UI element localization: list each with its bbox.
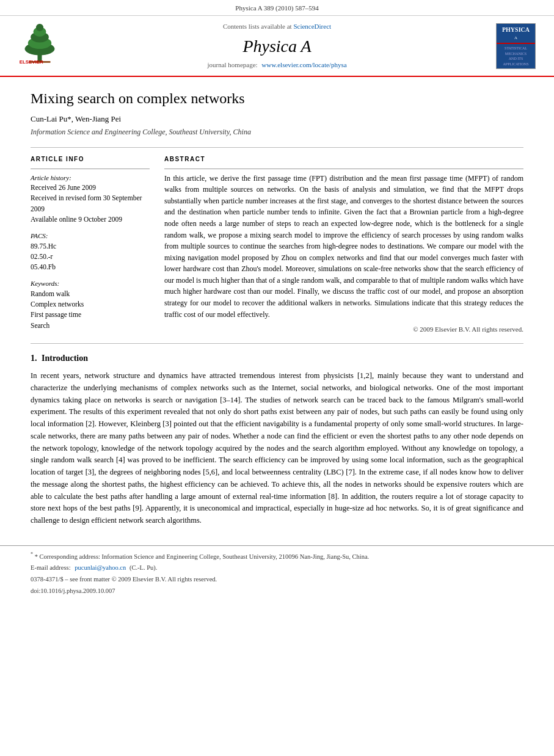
elsevier-tree-icon: ELSEVIER <box>18 23 61 66</box>
introduction-heading: 1. Introduction <box>31 352 523 365</box>
sciencedirect-link[interactable]: ScienceDirect <box>293 23 331 30</box>
footer-email: E-mail address: pucunlai@yahoo.cn (C.-L.… <box>31 563 523 573</box>
article-history-block: Article history: Received 26 June 2009 R… <box>31 173 150 331</box>
received-date: Received 26 June 2009 <box>31 183 150 193</box>
keyword-first-passage: First passage time <box>31 310 150 320</box>
page-wrapper: Physica A 389 (2010) 587–594 ELSEVIER <box>0 0 554 756</box>
section-number: 1. <box>31 354 37 363</box>
contents-label: Contents lists available at <box>223 23 292 30</box>
journal-homepage-line: journal homepage: www.elsevier.com/locat… <box>73 60 481 70</box>
revised-date: Received in revised form 30 September 20… <box>31 193 150 214</box>
abstract-column: ABSTRACT In this article, we derive the … <box>164 155 523 335</box>
journal-center: Contents lists available at ScienceDirec… <box>73 22 481 70</box>
citation-line: Physica A 389 (2010) 587–594 <box>0 0 554 16</box>
email-link[interactable]: pucunlai@yahoo.cn <box>75 564 126 571</box>
email-suffix: (C.-L. Pu). <box>129 564 158 571</box>
paper-affiliation: Information Science and Engineering Coll… <box>31 127 523 137</box>
corresponding-text: * Corresponding address: Information Sci… <box>35 553 370 559</box>
citation-text: Physica A 389 (2010) 587–594 <box>235 4 318 12</box>
cover-detail: STATISTICAL MECHANICSAND ITS APPLICATION… <box>497 46 535 67</box>
footer-issn: 0378-4371/$ – see front matter © 2009 El… <box>31 575 523 584</box>
homepage-label: journal homepage: <box>207 61 257 68</box>
header-divider <box>31 147 523 148</box>
homepage-link[interactable]: www.elsevier.com/locate/physa <box>261 61 346 68</box>
physica-cover-image: PHYSICA A STATISTICAL MECHANICSAND ITS A… <box>496 23 536 69</box>
abstract-divider <box>164 169 523 169</box>
svg-text:ELSEVIER: ELSEVIER <box>20 59 43 64</box>
keywords-label: Keywords: <box>31 278 150 289</box>
section-divider <box>31 343 523 344</box>
cover-subtitle: A <box>514 35 517 42</box>
journal-logo-right: PHYSICA A STATISTICAL MECHANICSAND ITS A… <box>481 23 536 69</box>
paper-title: Mixing search on complex networks <box>31 89 523 108</box>
main-content: Mixing search on complex networks Cun-La… <box>0 77 554 545</box>
section-title-text: Introduction <box>42 354 88 363</box>
footnote-star: * <box>31 551 33 557</box>
elsevier-logo-left: ELSEVIER <box>18 23 73 69</box>
pacs-item-1: 89.75.Hc <box>31 241 150 252</box>
svg-point-6 <box>36 24 43 31</box>
article-info-column: ARTICLE INFO Article history: Received 2… <box>31 155 150 335</box>
footer-doi: doi:10.1016/j.physa.2009.10.007 <box>31 586 523 596</box>
page-footer: * * Corresponding address: Information S… <box>0 545 554 600</box>
abstract-text: In this article, we derive the first pas… <box>164 173 523 321</box>
article-meta-row: ARTICLE INFO Article history: Received 2… <box>31 155 523 335</box>
copyright-line: © 2009 Elsevier B.V. All rights reserved… <box>164 325 523 334</box>
cover-title-text: PHYSICA <box>502 26 530 34</box>
available-date: Available online 9 October 2009 <box>31 214 150 225</box>
article-info-divider <box>31 169 150 169</box>
pacs-item-2: 02.50.-r <box>31 252 150 262</box>
abstract-heading: ABSTRACT <box>164 155 523 164</box>
pacs-list: 89.75.Hc 02.50.-r 05.40.Fb <box>31 241 150 273</box>
keyword-complex-networks: Complex networks <box>31 299 150 310</box>
paper-authors: Cun-Lai Pu*, Wen-Jiang Pei <box>31 114 523 125</box>
journal-title: Physica A <box>73 34 481 58</box>
footer-corresponding: * * Corresponding address: Information S… <box>31 551 523 561</box>
pacs-label: PACS: <box>31 231 150 241</box>
keyword-random-walk: Random walk <box>31 289 150 299</box>
contents-available-line: Contents lists available at ScienceDirec… <box>73 22 481 31</box>
article-info-heading: ARTICLE INFO <box>31 155 150 164</box>
cover-bar <box>497 43 535 44</box>
keyword-search: Search <box>31 321 150 331</box>
authors-text: Cun-Lai Pu*, Wen-Jiang Pei <box>31 114 121 123</box>
email-label: E-mail address: <box>31 564 71 571</box>
introduction-paragraph: In recent years, network structure and d… <box>31 370 523 527</box>
keywords-list: Random walk Complex networks First passa… <box>31 289 150 331</box>
pacs-item-3: 05.40.Fb <box>31 262 150 272</box>
journal-header: ELSEVIER Contents lists available at Sci… <box>0 16 554 77</box>
history-label: Article history: <box>31 173 150 183</box>
